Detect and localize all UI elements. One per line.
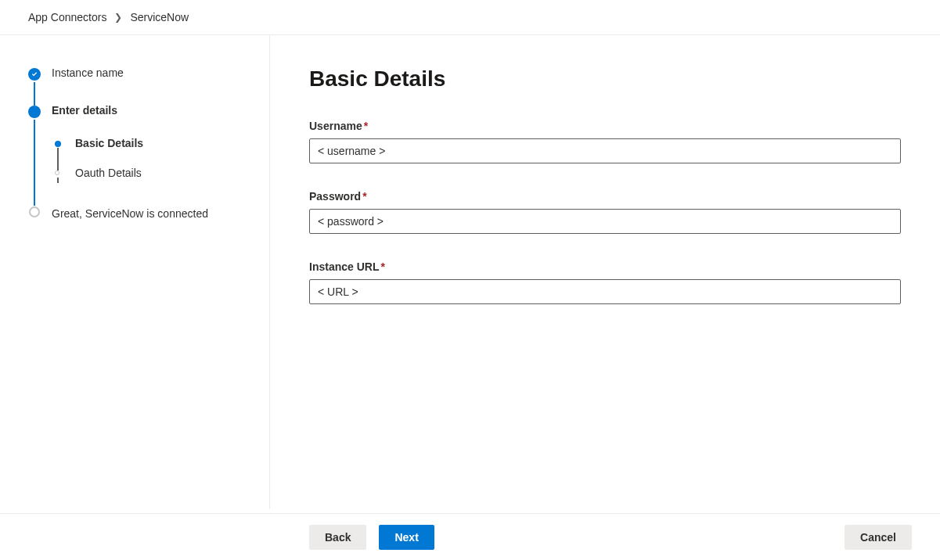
breadcrumb-root[interactable]: App Connectors — [28, 11, 106, 23]
breadcrumb-current: ServiceNow — [130, 11, 189, 23]
step-instance-name[interactable]: Instance name — [28, 66, 241, 104]
content: Instance name Enter details Basic Detail… — [0, 35, 940, 509]
circle-filled-icon — [28, 106, 41, 118]
required-asterisk: * — [364, 120, 368, 132]
form-group-instance-url: Instance URL* — [309, 260, 901, 304]
substeps: Basic Details Oauth Details — [52, 137, 241, 179]
form-group-password: Password* — [309, 190, 901, 234]
page-title: Basic Details — [309, 66, 901, 92]
substep-label: Basic Details — [75, 137, 143, 149]
footer: Back Next Cancel — [0, 513, 940, 560]
step-label: Great, ServiceNow is connected — [52, 207, 208, 220]
username-input[interactable] — [309, 138, 901, 163]
circle-outline-icon — [29, 206, 40, 217]
step-label: Instance name — [52, 66, 124, 79]
main-panel: Basic Details Username* Password* Instan… — [270, 35, 940, 509]
password-input[interactable] — [309, 209, 901, 234]
check-icon — [28, 68, 41, 81]
substep-oauth-details[interactable]: Oauth Details — [52, 167, 241, 179]
required-asterisk: * — [380, 260, 384, 273]
password-label: Password* — [309, 190, 901, 203]
step-connector — [34, 120, 35, 206]
step-label: Enter details — [52, 104, 117, 117]
username-label: Username* — [309, 120, 901, 132]
step-connector — [34, 82, 35, 106]
stepper-sidebar: Instance name Enter details Basic Detail… — [0, 35, 270, 509]
substep-connector — [57, 178, 59, 183]
step-enter-details[interactable]: Enter details Basic Details Oauth Detail… — [28, 104, 241, 204]
dot-icon — [55, 141, 61, 147]
header: App Connectors ❯ ServiceNow — [0, 0, 940, 35]
stepper: Instance name Enter details Basic Detail… — [28, 66, 241, 220]
breadcrumb: App Connectors ❯ ServiceNow — [28, 11, 912, 23]
form-group-username: Username* — [309, 120, 901, 163]
back-button[interactable]: Back — [309, 525, 366, 550]
substep-basic-details[interactable]: Basic Details — [52, 137, 241, 167]
chevron-right-icon: ❯ — [114, 12, 122, 23]
next-button[interactable]: Next — [379, 525, 434, 550]
circle-outline-icon — [55, 171, 59, 175]
instance-url-label: Instance URL* — [309, 260, 901, 273]
instance-url-input[interactable] — [309, 279, 901, 304]
step-connected: Great, ServiceNow is connected — [28, 204, 241, 220]
required-asterisk: * — [362, 190, 366, 203]
cancel-button[interactable]: Cancel — [845, 525, 912, 550]
substep-label: Oauth Details — [75, 167, 142, 179]
